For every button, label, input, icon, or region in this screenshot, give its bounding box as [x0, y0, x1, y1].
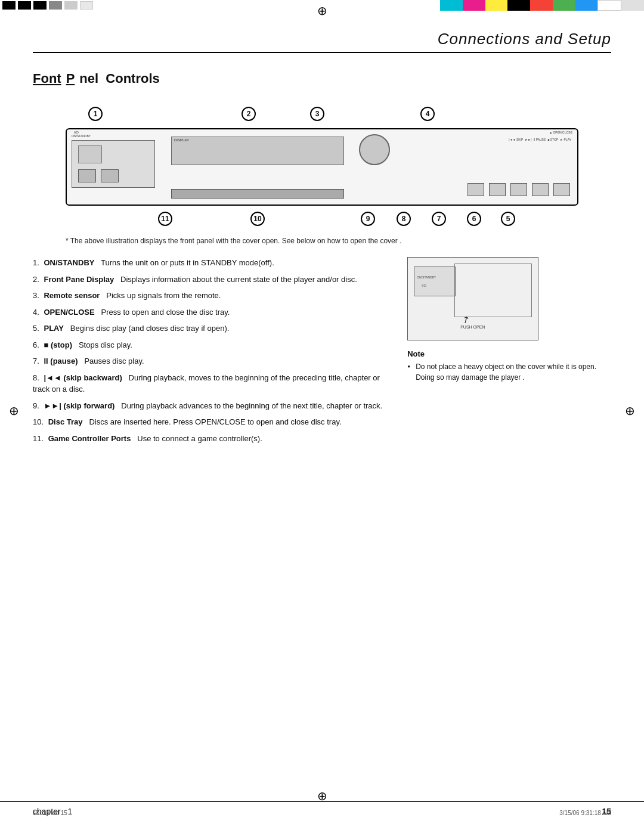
callout-8: 8	[397, 212, 411, 226]
controller-port-1	[78, 169, 96, 182]
page-footer: chapter 1 15	[0, 801, 644, 821]
btn-skipfwd	[489, 183, 506, 196]
item-7-text: Pauses disc play.	[80, 357, 144, 365]
cover-outline	[454, 264, 532, 317]
item-1-bold: ON/STANDBY	[44, 258, 94, 267]
push-open-label: PUSH OPEN	[460, 325, 485, 329]
footer-chapter-num: 1	[67, 807, 72, 816]
control-labels: |◄◄ SKIP ►►| II PAUSE ■ STOP ► PLAY	[509, 138, 571, 141]
swatch-black-print	[507, 0, 530, 11]
list-item-10: 10. Disc Tray Discs are inserted here. P…	[33, 416, 389, 428]
top-left-swatches	[0, 0, 95, 11]
feature-list: 1. ON/STANDBY Turns the unit on or puts …	[33, 257, 389, 444]
list-item-8: 8. |◄◄ (skip backward) During playback, …	[33, 372, 389, 395]
section-title: Font Pnel Controls	[33, 71, 611, 86]
small-dev-on-standby: ON/STANDBY	[417, 275, 436, 279]
callout-4: 4	[420, 107, 435, 121]
skip-fwd-label: ►►|	[525, 138, 531, 141]
bottom-buttons	[467, 183, 570, 196]
item-10-bold: Disc Tray	[48, 417, 83, 426]
item-7-bold: II (pause)	[44, 357, 78, 365]
swatch-black2	[18, 1, 31, 10]
chapter-title: Connections and Setup	[33, 30, 611, 53]
pause-label: II PAUSE	[534, 138, 546, 141]
swatch-lgray-print	[621, 0, 644, 11]
callout-10: 10	[250, 212, 265, 226]
item-8-bold: |◄◄ (skip backward)	[44, 373, 122, 382]
item-4-bold: OPEN/CLOSE	[44, 308, 94, 317]
btn-pause	[510, 183, 527, 196]
two-column-section: 1. ON/STANDBY Turns the unit on or puts …	[33, 257, 611, 449]
item-1-text: Turns the unit on or puts it in STANDBY …	[97, 258, 274, 267]
registration-mark-right: ⊕	[625, 404, 635, 418]
callout-2: 2	[242, 107, 256, 121]
small-device-diagram: I/O ON/STANDBY ↗ PUSH OPEN	[407, 257, 538, 340]
chapter-title-text: Connections and Setup	[438, 30, 611, 48]
registration-mark-left: ⊕	[9, 404, 19, 418]
display-panel: DISPLAY	[171, 137, 344, 165]
item-6-text: Stops disc play.	[75, 340, 132, 349]
item-5-bold: PLAY	[44, 324, 63, 333]
callout-1: 1	[88, 107, 103, 121]
swatch-magenta	[463, 0, 485, 11]
right-column: I/O ON/STANDBY ↗ PUSH OPEN Note Do not p…	[407, 257, 611, 449]
callout-3: 3	[310, 107, 324, 121]
swatch-gray1	[49, 1, 62, 10]
swatch-cyan	[440, 0, 463, 11]
btn-skipback	[467, 183, 484, 196]
small-dev-io-label: I/O	[422, 284, 426, 287]
callout-6: 6	[467, 212, 481, 226]
list-item-6: 6. ■ (stop) Stops disc play.	[33, 339, 389, 351]
section-title-panel: P	[66, 71, 75, 86]
swatch-red	[530, 0, 553, 11]
file-info-right: 3/15/06 9:31:18 AM	[559, 810, 611, 816]
page-content: Connections and Setup Font Pnel Controls…	[0, 12, 644, 485]
small-dev-inner-panel: I/O ON/STANDBY	[414, 267, 456, 296]
list-item-1: 1. ON/STANDBY Turns the unit on or puts …	[33, 257, 389, 269]
btn-stop	[532, 183, 549, 196]
open-close-label-top: ▲ OPEN/CLOSE	[549, 131, 572, 134]
swatch-blue	[575, 0, 598, 11]
device-diagram: 1 2 3 4 I/O ON/STANDBY	[33, 98, 611, 245]
item-11-text: Use to connect a game controller(s).	[133, 434, 262, 443]
top-right-swatches	[440, 0, 644, 11]
item-2-bold: Front Pane Display	[44, 275, 114, 284]
registration-mark-top: ⊕	[317, 4, 327, 18]
item-3-bold: Remote sensor	[44, 291, 100, 300]
swatch-white1	[80, 1, 93, 10]
list-item-5: 5. PLAY Begins disc play (and closes dis…	[33, 323, 389, 334]
list-item-4: 4. OPEN/CLOSE Press to open and close th…	[33, 306, 389, 318]
swatch-white-print	[597, 0, 621, 11]
note-section: Note Do not place a heavy object on the …	[407, 349, 611, 383]
btn-play	[553, 183, 570, 196]
note-item-1: Do not place a heavy object on the cover…	[407, 361, 611, 383]
swatch-yellow	[485, 0, 508, 11]
on-standby-label: ON/STANDBY	[72, 134, 91, 138]
swatch-black3	[33, 1, 47, 10]
illustration-note: * The above illustration displays the fr…	[66, 237, 578, 245]
list-item-3: 3. Remote sensor Picks up signals from t…	[33, 290, 389, 302]
callout-9: 9	[361, 212, 375, 226]
list-item-2: 2. Front Pane Display Displays informati…	[33, 274, 389, 286]
swatch-black1	[2, 1, 16, 10]
item-4-text: Press to open and close the disc tray.	[97, 308, 230, 317]
callout-5: 5	[501, 212, 515, 226]
item-2-text: Displays information about the current s…	[116, 275, 357, 284]
stop-label: ■ STOP	[547, 138, 558, 141]
item-11-bold: Game Controller Ports	[48, 434, 131, 443]
skip-back-label: |◄◄ SKIP	[509, 138, 523, 141]
note-title: Note	[407, 349, 611, 358]
device-body: I/O ON/STANDBY DISPLAY	[66, 128, 578, 206]
section-title-panel2: nel Controls	[79, 71, 159, 86]
list-item-11: 11. Game Controller Ports Use to connect…	[33, 433, 389, 445]
list-item-9: 9. ►►| (skip forward) During playback ad…	[33, 400, 389, 412]
controller-port-2	[101, 169, 119, 182]
swatch-lgray1	[64, 1, 78, 10]
item-9-bold: ►►| (skip forward)	[44, 401, 114, 410]
note-item-1-text: Do not place a heavy object on the cover…	[416, 363, 596, 382]
callout-7: 7	[432, 212, 446, 226]
item-9-text: During playback advances to the beginnin…	[117, 401, 382, 410]
section-title-font: Font	[33, 71, 61, 86]
list-item-7: 7. II (pause) Pauses disc play.	[33, 355, 389, 367]
callout-11: 11	[158, 212, 172, 226]
